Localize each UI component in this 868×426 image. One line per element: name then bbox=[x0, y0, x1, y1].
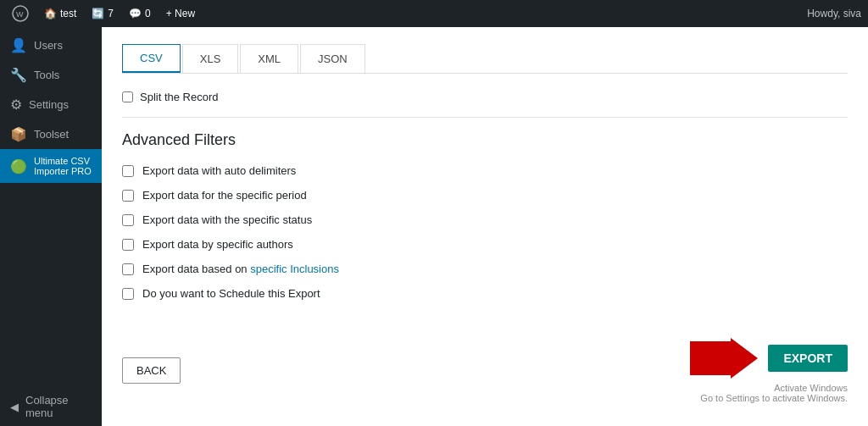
export-button[interactable]: EXPORT bbox=[768, 345, 848, 372]
specific-inclusions-link[interactable]: specific Inclusions bbox=[250, 263, 339, 275]
filter-specific-period-label: Export data for the specific period bbox=[142, 189, 307, 202]
admin-bar-howdy: Howdy, siva bbox=[807, 8, 861, 19]
svg-text:W: W bbox=[16, 10, 24, 19]
sidebar-item-toolset[interactable]: 📦 Toolset bbox=[0, 119, 102, 149]
toolset-icon: 📦 bbox=[10, 126, 27, 142]
arrow-export-row: EXPORT bbox=[690, 337, 848, 379]
new-label: + New bbox=[166, 8, 195, 19]
split-record-row: Split the Record bbox=[122, 91, 848, 118]
sidebar-item-users[interactable]: 👤 Users bbox=[0, 30, 102, 60]
svg-marker-2 bbox=[690, 338, 758, 379]
sidebar: 👤 Users 🔧 Tools ⚙ Settings 📦 Toolset 🟢 U… bbox=[0, 27, 102, 426]
admin-bar-updates[interactable]: 🔄 7 bbox=[86, 0, 119, 27]
users-icon: 👤 bbox=[10, 37, 27, 53]
filter-specific-status-checkbox[interactable] bbox=[122, 214, 134, 226]
filter-schedule-export: Do you want to Schedule this Export bbox=[122, 287, 848, 300]
filter-specific-authors-label: Export data by specific authors bbox=[142, 238, 293, 251]
collapse-icon: ◀ bbox=[10, 401, 19, 413]
admin-bar-site[interactable]: 🏠 test bbox=[39, 0, 81, 27]
filter-schedule-export-checkbox[interactable] bbox=[122, 288, 134, 300]
csv-importer-icon: 🟢 bbox=[10, 158, 27, 174]
tab-csv[interactable]: CSV bbox=[122, 44, 181, 73]
sidebar-item-settings-label: Settings bbox=[29, 98, 69, 111]
back-button[interactable]: BACK bbox=[122, 357, 181, 384]
split-record-label[interactable]: Split the Record bbox=[140, 91, 219, 103]
sidebar-item-settings[interactable]: ⚙ Settings bbox=[0, 90, 102, 119]
red-arrow-icon bbox=[690, 337, 758, 379]
filter-specific-status: Export data with the specific status bbox=[122, 213, 848, 226]
admin-bar: W 🏠 test 🔄 7 💬 0 + New Howdy, siva bbox=[0, 0, 868, 27]
sidebar-item-tools-label: Tools bbox=[34, 69, 59, 81]
admin-bar-wp-logo[interactable]: W bbox=[7, 0, 34, 27]
admin-bar-new[interactable]: + New bbox=[161, 0, 200, 27]
filter-specific-inclusions: Export data based on specific Inclusions bbox=[122, 263, 848, 275]
filter-specific-inclusions-label: Export data based on specific Inclusions bbox=[142, 263, 339, 275]
filter-auto-delimiters-label: Export data with auto delimiters bbox=[142, 164, 296, 177]
tab-xls[interactable]: XLS bbox=[182, 44, 239, 73]
main-content: CSV XLS XML JSON Split the Record Advanc… bbox=[102, 27, 868, 426]
filter-specific-authors-checkbox[interactable] bbox=[122, 239, 134, 251]
comments-count: 0 bbox=[145, 8, 151, 19]
filter-specific-status-label: Export data with the specific status bbox=[142, 213, 312, 226]
settings-icon: ⚙ bbox=[10, 97, 22, 113]
bottom-actions: BACK EXPORT Activate Windows Go to Setti… bbox=[122, 324, 848, 403]
filter-auto-delimiters: Export data with auto delimiters bbox=[122, 164, 848, 177]
updates-count: 7 bbox=[108, 8, 114, 19]
tab-xml[interactable]: XML bbox=[240, 44, 298, 73]
advanced-filters-title: Advanced Filters bbox=[122, 131, 848, 149]
filter-auto-delimiters-checkbox[interactable] bbox=[122, 165, 134, 177]
filter-schedule-export-label: Do you want to Schedule this Export bbox=[142, 287, 320, 300]
format-tabs: CSV XLS XML JSON bbox=[122, 44, 848, 74]
advanced-filters-section: Advanced Filters Export data with auto d… bbox=[122, 131, 848, 300]
collapse-label: Collapse menu bbox=[25, 394, 92, 419]
tab-json[interactable]: JSON bbox=[300, 44, 365, 73]
activate-windows-notice: Activate Windows Go to Settings to activ… bbox=[700, 383, 848, 403]
sidebar-item-tools[interactable]: 🔧 Tools bbox=[0, 60, 102, 90]
sidebar-item-users-label: Users bbox=[34, 39, 63, 52]
sidebar-item-toolset-label: Toolset bbox=[34, 128, 69, 141]
filter-specific-inclusions-checkbox[interactable] bbox=[122, 263, 134, 275]
sidebar-item-csv-importer[interactable]: 🟢 Ultimate CSV Importer PRO bbox=[0, 149, 102, 183]
tools-icon: 🔧 bbox=[10, 67, 27, 83]
sidebar-collapse[interactable]: ◀ Collapse menu bbox=[0, 387, 102, 426]
filter-specific-authors: Export data by specific authors bbox=[122, 238, 848, 251]
site-title: test bbox=[60, 8, 76, 19]
sidebar-item-csv-label: Ultimate CSV Importer PRO bbox=[34, 156, 92, 176]
filter-specific-period: Export data for the specific period bbox=[122, 189, 848, 202]
bottom-right-area: EXPORT Activate Windows Go to Settings t… bbox=[690, 337, 848, 403]
admin-bar-comments[interactable]: 💬 0 bbox=[124, 0, 156, 27]
filter-specific-period-checkbox[interactable] bbox=[122, 190, 134, 202]
split-record-checkbox[interactable] bbox=[122, 91, 133, 102]
